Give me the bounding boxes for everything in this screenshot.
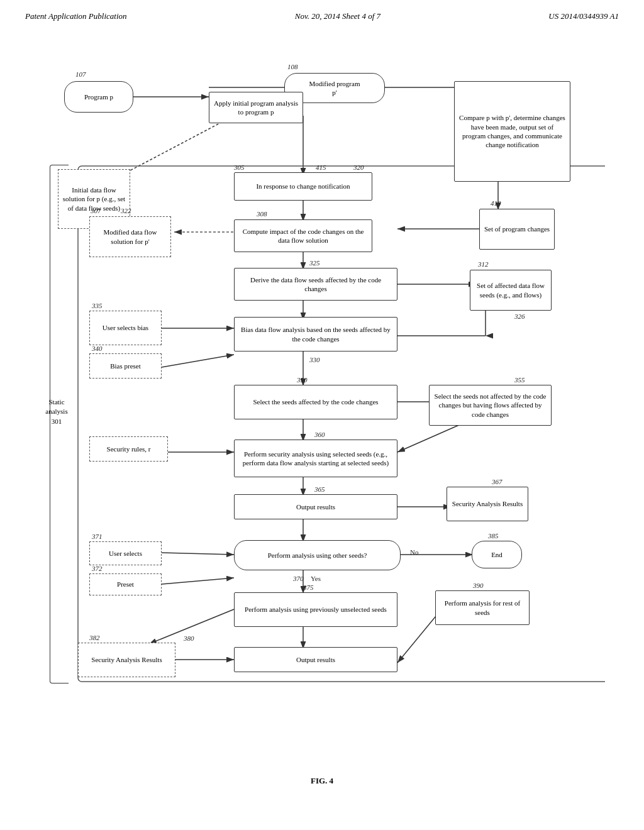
- modified-data-flow-box: Modified data flow solution for p': [89, 216, 171, 257]
- user-selects-bias-box: User selects bias: [89, 311, 162, 345]
- bias-data-flow-box: Bias data flow analysis based on the see…: [234, 317, 397, 351]
- svg-line-34: [162, 578, 234, 584]
- ref-308: 308: [257, 210, 267, 218]
- ref-367: 367: [492, 478, 502, 485]
- derive-seeds-label: Derive the data flow seeds affected by t…: [238, 275, 393, 294]
- figure-caption: FIG. 4: [0, 776, 644, 786]
- program-p-box: Program p: [64, 81, 133, 113]
- user-selects-bias-label: User selects bias: [103, 323, 148, 332]
- modified-data-flow-label: Modified data flow solution for p': [94, 228, 167, 246]
- compute-impact-label: Compute impact of the code changes on th…: [238, 227, 368, 245]
- perform-security-label: Perform security analysis using selected…: [238, 450, 393, 468]
- set-affected-seeds-label: Set of affected data flow seeds (e.g., a…: [474, 281, 547, 299]
- svg-line-17: [162, 355, 234, 367]
- ref-312: 312: [478, 260, 489, 268]
- in-response-box: In response to change notification: [234, 172, 372, 201]
- static-analysis-label: Static analysis301: [40, 397, 73, 426]
- compare-p-box: Compare p with p', determine changes hav…: [454, 81, 570, 182]
- apply-initial-box: Apply initial program analysis to progra…: [209, 92, 303, 123]
- user-selects-box: User selects: [89, 541, 162, 565]
- page-header: Patent Application Publication Nov. 20, …: [0, 0, 644, 28]
- compute-impact-box: Compute impact of the code changes on th…: [234, 219, 372, 252]
- perform-analysis-rest-box: Perform analysis for rest of seeds: [435, 590, 530, 625]
- ref-322: 322: [121, 207, 131, 214]
- perform-security-box: Perform security analysis using selected…: [234, 440, 397, 477]
- perform-analysis-prev-box: Perform analysis using previously unsele…: [234, 592, 397, 627]
- perform-analysis-prev-label: Perform analysis using previously unsele…: [245, 605, 387, 614]
- ref-350: 350: [297, 376, 308, 384]
- ref-108: 108: [287, 63, 298, 70]
- ref-390: 390: [473, 582, 484, 589]
- ref-325: 325: [309, 259, 320, 267]
- ref-360: 360: [314, 431, 325, 438]
- preset-label: Preset: [117, 580, 134, 589]
- ref-305: 305: [234, 163, 245, 171]
- perform-analysis-q-box: Perform analysis using other seeds?: [234, 540, 401, 570]
- program-p-label: Program p: [84, 92, 113, 101]
- set-program-changes-label: Set of program changes: [484, 224, 550, 233]
- diagram-area: Program p 107 Modified programp' 108 App…: [39, 47, 605, 770]
- perform-analysis-q-label: Perform analysis using other seeds?: [268, 551, 367, 560]
- bias-preset-box: Bias preset: [89, 353, 162, 379]
- bias-data-flow-label: Bias data flow analysis based on the see…: [238, 325, 393, 343]
- ref-307: 307: [91, 207, 101, 214]
- header-left: Patent Application Publication: [25, 11, 127, 21]
- select-seeds-not-affected-label: Select the seeds not affected by the cod…: [433, 392, 547, 419]
- user-selects-label: User selects: [109, 549, 142, 558]
- ref-326: 326: [514, 313, 525, 320]
- ref-372: 372: [92, 565, 103, 572]
- output-results-1-box: Output results: [234, 494, 397, 519]
- ref-340: 340: [92, 345, 103, 352]
- output-results-2-box: Output results: [234, 647, 397, 672]
- security-analysis-results-1-box: Security Analysis Results: [447, 487, 528, 521]
- end-label: End: [491, 550, 502, 559]
- security-analysis-results-2-label: Security Analysis Results: [91, 655, 162, 664]
- derive-seeds-box: Derive the data flow seeds affected by t…: [234, 268, 397, 301]
- output-results-2-label: Output results: [296, 655, 335, 664]
- ref-107: 107: [75, 70, 86, 78]
- ref-385: 385: [488, 532, 499, 540]
- ref-375: 375: [303, 584, 314, 591]
- ref-410: 410: [491, 199, 501, 207]
- header-right: US 2014/0344939 A1: [548, 11, 619, 21]
- ref-382: 382: [89, 634, 100, 641]
- security-analysis-results-2-box: Security Analysis Results: [78, 643, 175, 677]
- modified-program-label: Modified programp': [309, 79, 360, 97]
- ref-355: 355: [514, 376, 525, 384]
- ref-320: 320: [353, 163, 364, 171]
- compare-p-label: Compare p with p', determine changes hav…: [458, 113, 566, 149]
- security-rules-box: Security rules, r: [89, 436, 168, 462]
- select-seeds-not-affected-box: Select the seeds not affected by the cod…: [429, 385, 552, 426]
- no-label: No: [410, 548, 418, 556]
- yes-label: Yes: [311, 575, 321, 582]
- ref-335: 335: [92, 302, 103, 309]
- end-box: End: [472, 541, 522, 568]
- select-seeds-affected-label: Select the seeds affected by the code ch…: [253, 397, 378, 406]
- header-center: Nov. 20, 2014 Sheet 4 of 7: [295, 11, 380, 21]
- output-results-1-label: Output results: [296, 502, 335, 511]
- ref-380: 380: [184, 634, 194, 642]
- select-seeds-affected-box: Select the seeds affected by the code ch…: [234, 385, 397, 419]
- svg-line-33: [162, 553, 234, 555]
- ref-371: 371: [92, 533, 103, 540]
- set-affected-seeds-box: Set of affected data flow seeds (e.g., a…: [470, 270, 552, 311]
- preset-box: Preset: [89, 573, 162, 595]
- set-program-changes-box: Set of program changes: [479, 209, 555, 250]
- bias-preset-label: Bias preset: [110, 362, 141, 370]
- ref-365: 365: [314, 485, 325, 493]
- security-rules-label: Security rules, r: [107, 445, 151, 453]
- ref-415: 415: [316, 163, 326, 171]
- perform-analysis-rest-label: Perform analysis for rest of seeds: [440, 599, 525, 617]
- page: Patent Application Publication Nov. 20, …: [0, 0, 644, 830]
- in-response-label: In response to change notification: [256, 182, 350, 191]
- ref-370: 370: [293, 575, 304, 582]
- svg-line-3: [121, 116, 234, 175]
- apply-initial-label: Apply initial program analysis to progra…: [213, 99, 299, 117]
- security-analysis-results-1-label: Security Analysis Results: [452, 499, 523, 508]
- ref-330: 330: [309, 356, 320, 363]
